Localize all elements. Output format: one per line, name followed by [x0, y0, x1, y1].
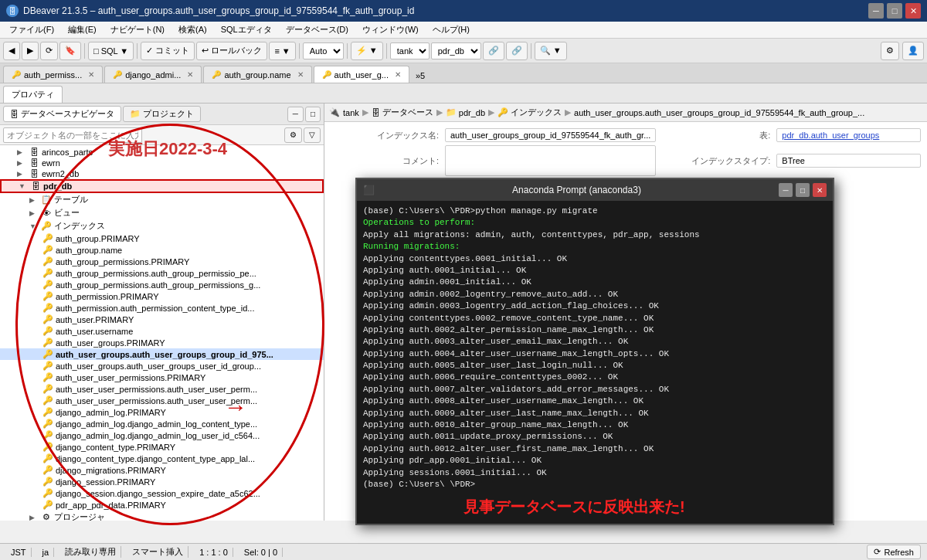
menu-help[interactable]: ヘルプ(H): [426, 22, 476, 37]
commit-button[interactable]: ✓ コミット: [141, 42, 195, 60]
tree-icon-idx-0: 🔑: [42, 233, 54, 243]
breadcrumb-tank[interactable]: tank: [343, 108, 359, 117]
status-lang: ja: [38, 548, 55, 557]
terminal-prompt-2: (base) C:\Users\ \PDR>: [363, 479, 827, 490]
tree-item-idx-django-ct-app[interactable]: 🔑 django_content_type.django_content_typ…: [0, 453, 324, 464]
menu-edit[interactable]: 編集(E): [62, 22, 103, 37]
tree-item-idx-auth-group-name[interactable]: 🔑 auth_group.name: [0, 244, 324, 256]
tree-item-idx-auth-gp-perm[interactable]: 🔑 auth_group_permissions.auth_group_perm…: [0, 267, 324, 279]
breadcrumb-pdr-db[interactable]: 📁 pdr_db: [446, 107, 485, 117]
comment-value[interactable]: [445, 145, 656, 176]
tree-item-idx-django-mig-primary[interactable]: 🔑 django_migrations.PRIMARY: [0, 464, 324, 476]
tab-close-0[interactable]: ✕: [88, 70, 94, 79]
tab-django-admin[interactable]: 🔑 django_admi... ✕: [104, 66, 202, 83]
tree-item-pdr-db[interactable]: ▼ 🗄 pdr_db: [0, 179, 324, 193]
back-button[interactable]: ◀: [3, 42, 20, 60]
tree-item-idx-django-admin-content[interactable]: 🔑 django_admin_log.django_admin_log_cont…: [0, 418, 324, 429]
refresh-button[interactable]: ⟳ Refresh: [867, 545, 921, 559]
tree-item-idx-auth-gp-primary[interactable]: 🔑 auth_group_permissions.PRIMARY: [0, 256, 324, 267]
tab-more[interactable]: »5: [411, 69, 430, 83]
maximize-button[interactable]: □: [887, 3, 902, 19]
tab-close-2[interactable]: ✕: [297, 70, 304, 79]
terminal-maximize[interactable]: □: [796, 183, 810, 197]
breadcrumb-indexes[interactable]: 🔑 インデックス: [497, 107, 562, 118]
menu-search[interactable]: 検索(A): [172, 22, 213, 37]
tree-icon-idx-21: 🔑: [42, 477, 54, 487]
tree-item-tables[interactable]: ▶ 📋 テーブル: [0, 193, 324, 206]
tab-close-1[interactable]: ✕: [187, 70, 193, 79]
rollback-button[interactable]: ↩ ロールバック: [196, 42, 267, 60]
tree-item-idx-auth-ug-primary[interactable]: 🔑 auth_user_groups.PRIMARY: [0, 337, 324, 348]
tree-item-idx-django-sess-primary[interactable]: 🔑 django_session.PRIMARY: [0, 476, 324, 487]
sidebar-tab-navigator[interactable]: 🗄 データベースナビゲータ: [3, 106, 121, 122]
terminal-close[interactable]: ✕: [813, 183, 827, 197]
terminal-running-label: Running migrations:: [363, 241, 827, 253]
terminal-migration-2: Applying admin.0001_initial... OK: [363, 277, 827, 288]
menu-database[interactable]: データベース(D): [280, 22, 355, 37]
menu-file[interactable]: ファイル(F): [3, 22, 60, 37]
tree-item-idx-django-ct-primary[interactable]: 🔑 django_content_type.PRIMARY: [0, 441, 324, 453]
refresh-nav-button[interactable]: ⟳: [40, 42, 58, 60]
tree-item-idx-django-sess-expire[interactable]: 🔑 django_session.django_session_expire_d…: [0, 487, 324, 499]
sidebar-minimize-button[interactable]: ─: [287, 107, 304, 122]
tree-item-procedures[interactable]: ▶ ⚙ プロシージャ: [0, 511, 324, 521]
tree-item-idx-auth-uup-perm1[interactable]: 🔑 auth_user_user_permissions.auth_user_u…: [0, 383, 324, 395]
sidebar-maximize-button[interactable]: □: [305, 107, 321, 122]
database-select[interactable]: pdr_db: [431, 42, 481, 59]
transaction-button[interactable]: ≡ ▼: [269, 42, 295, 60]
disconnect-button[interactable]: 🔗: [506, 42, 528, 60]
tree-item-idx-auth-ug-group-id[interactable]: 🔑 auth_user_groups.auth_user_groups_grou…: [0, 348, 324, 360]
status-bar: JST ja 読み取り専用 スマート挿入 1 : 1 : 0 Sel: 0 | …: [0, 543, 927, 560]
tree-item-indexes[interactable]: ▼ 🔑 インデックス: [0, 219, 324, 232]
tree-item-ewrn2[interactable]: ▶ 🗄 ewrn2_db: [0, 168, 324, 179]
menu-window[interactable]: ウィンドウ(W): [356, 22, 425, 37]
terminal-migration-8: Applying auth.0004_alter_user_username_m…: [363, 348, 827, 360]
tab-auth-user-groups[interactable]: 🔑 auth_user_g... ✕: [314, 66, 409, 83]
tree-item-idx-django-admin-user[interactable]: 🔑 django_admin_log.django_admin_log_user…: [0, 429, 324, 441]
sidebar-config-button[interactable]: ⚙: [284, 127, 302, 143]
tree-item-idx-auth-uup-primary[interactable]: 🔑 auth_user_user_permissions.PRIMARY: [0, 372, 324, 383]
tree-arrow-indexes: ▼: [29, 222, 39, 230]
sidebar-filter-button[interactable]: ▽: [304, 127, 321, 143]
tree-item-idx-auth-user-primary[interactable]: 🔑 auth_user.PRIMARY: [0, 314, 324, 325]
settings-button[interactable]: ⚙: [881, 42, 899, 60]
tab-auth-group-name[interactable]: 🔑 auth_group.name ✕: [203, 66, 311, 83]
tree-label-idx-22: django_session.django_session_expire_dat…: [56, 489, 260, 498]
bookmark-button[interactable]: 🔖: [59, 42, 81, 60]
tree-item-idx-auth-uup-perm2[interactable]: 🔑 auth_user_user_permissions.auth_user_u…: [0, 395, 324, 406]
index-type-value[interactable]: BTree: [776, 154, 921, 168]
tree-item-idx-auth-gp-perm2[interactable]: 🔑 auth_group_permissions.auth_group_perm…: [0, 279, 324, 290]
tree-item-idx-auth-perm-content[interactable]: 🔑 auth_permission.auth_permission_conten…: [0, 302, 324, 314]
menu-bar: ファイル(F) 編集(E) ナビゲート(N) 検索(A) SQLエディタ データ…: [0, 22, 927, 39]
terminal-minimize[interactable]: ─: [779, 183, 793, 197]
minimize-button[interactable]: ─: [868, 3, 884, 19]
menu-navigate[interactable]: ナビゲート(N): [104, 22, 171, 37]
tree-item-idx-auth-ug-user-id[interactable]: 🔑 auth_user_groups.auth_user_groups_user…: [0, 360, 324, 372]
tab-close-3[interactable]: ✕: [395, 70, 401, 79]
run-button[interactable]: ⚡ ▼: [351, 42, 383, 60]
sidebar-tab-project[interactable]: 📁 プロジェクト: [123, 106, 201, 122]
tree-item-views[interactable]: ▶ 👁 ビュー: [0, 206, 324, 219]
connect-button[interactable]: 🔗: [483, 42, 504, 60]
tree-item-idx-auth-group-primary[interactable]: 🔑 auth_group.PRIMARY: [0, 232, 324, 244]
index-name-value[interactable]: auth_user_groups_group_id_97559544_fk_au…: [445, 128, 656, 142]
table-value[interactable]: pdr_db.auth_user_groups: [776, 128, 921, 142]
breadcrumb-index-name[interactable]: auth_user_groups.auth_user_groups_group_…: [574, 108, 864, 117]
tree-item-idx-auth-perm-primary[interactable]: 🔑 auth_permission.PRIMARY: [0, 290, 324, 302]
auto-commit-select[interactable]: Auto: [303, 42, 344, 59]
tree-item-idx-auth-user-username[interactable]: 🔑 auth_user.username: [0, 325, 324, 337]
sql-button[interactable]: □ SQL ▼: [88, 42, 134, 60]
tab-auth-permissions[interactable]: 🔑 auth_permiss... ✕: [3, 66, 103, 83]
tree-item-idx-pdr-app-primary[interactable]: 🔑 pdr_app_pdr_data.PRIMARY: [0, 499, 324, 511]
close-button[interactable]: ✕: [905, 3, 921, 19]
sub-tab-properties[interactable]: プロパティ: [3, 86, 63, 103]
tree-item-idx-django-admin-primary[interactable]: 🔑 django_admin_log.PRIMARY: [0, 406, 324, 418]
sidebar-tab-db-icon: 🗄: [10, 110, 19, 119]
menu-sql-editor[interactable]: SQLエディタ: [215, 22, 278, 37]
user-button[interactable]: 👤: [902, 42, 924, 60]
connection-select[interactable]: tank: [390, 42, 430, 59]
status-readonly: 読み取り専用: [60, 546, 121, 558]
forward-button[interactable]: ▶: [22, 42, 39, 60]
search-toolbar-button[interactable]: 🔍 ▼: [535, 42, 567, 60]
breadcrumb-database[interactable]: 🗄 データベース: [372, 107, 433, 118]
